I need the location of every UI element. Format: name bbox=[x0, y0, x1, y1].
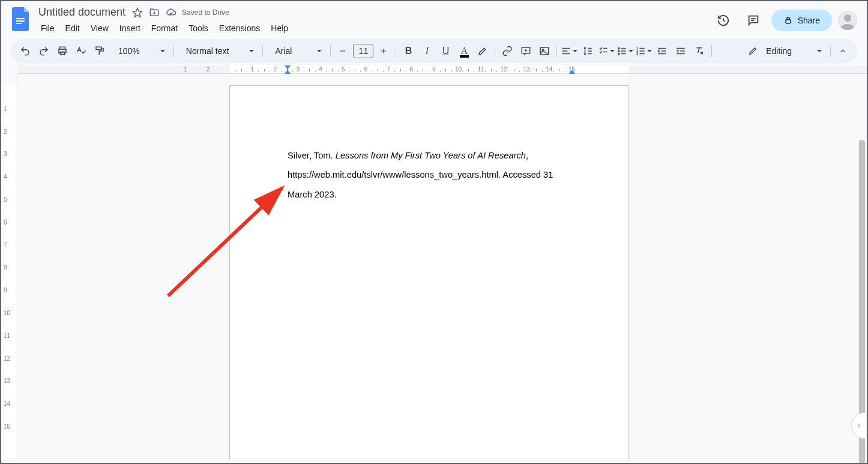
insert-comment-button[interactable] bbox=[517, 43, 534, 59]
cloud-saved-icon[interactable] bbox=[165, 7, 177, 19]
italic-button[interactable]: I bbox=[418, 43, 435, 59]
citation-url: https://web.mit.edu/tslvr/www/lessons_tw… bbox=[288, 170, 553, 179]
horizontal-ruler[interactable]: 21 123456789101112131415 bbox=[1, 65, 867, 74]
undo-button[interactable] bbox=[17, 43, 34, 59]
citation-date: March 2023. bbox=[288, 190, 337, 199]
svg-rect-0 bbox=[16, 18, 25, 19]
share-button[interactable]: Share bbox=[771, 10, 832, 31]
doc-title[interactable]: Untitled document bbox=[37, 6, 127, 19]
separator bbox=[556, 45, 557, 57]
menu-tools[interactable]: Tools bbox=[184, 21, 213, 35]
menu-insert[interactable]: Insert bbox=[115, 21, 145, 35]
editing-mode-label: Editing bbox=[762, 46, 795, 56]
increase-indent-button[interactable] bbox=[672, 43, 689, 59]
avatar[interactable] bbox=[838, 11, 857, 30]
svg-text:3: 3 bbox=[637, 52, 639, 55]
save-status: Saved to Drive bbox=[182, 8, 229, 17]
separator bbox=[173, 45, 174, 57]
comment-icon[interactable] bbox=[741, 8, 765, 32]
svg-point-5 bbox=[844, 14, 851, 22]
svg-rect-1 bbox=[16, 20, 25, 22]
highlight-button[interactable] bbox=[474, 43, 491, 59]
align-button[interactable] bbox=[561, 43, 577, 59]
svg-point-14 bbox=[618, 50, 619, 52]
decrease-indent-button[interactable] bbox=[654, 43, 671, 59]
menu-extensions[interactable]: Extensions bbox=[214, 21, 265, 35]
citation-author: Silver, Tom. bbox=[288, 151, 336, 160]
svg-rect-9 bbox=[96, 47, 101, 50]
decrease-font-button[interactable] bbox=[334, 43, 351, 59]
citation-title: Lessons from My First Two Years of AI Re… bbox=[336, 151, 526, 160]
share-label: Share bbox=[798, 16, 820, 25]
svg-point-15 bbox=[618, 53, 619, 54]
separator bbox=[396, 45, 396, 57]
caret-down-icon bbox=[817, 50, 822, 52]
bulleted-list-button[interactable] bbox=[616, 43, 633, 59]
caret-down-icon bbox=[628, 50, 633, 52]
page[interactable]: Silver, Tom. Lessons from My First Two Y… bbox=[229, 85, 629, 460]
caret-down-icon bbox=[160, 50, 165, 52]
vertical-ruler[interactable]: 123456789101112131415 bbox=[1, 74, 18, 460]
star-icon[interactable] bbox=[131, 7, 143, 19]
separator bbox=[711, 45, 712, 57]
paint-format-button[interactable] bbox=[91, 43, 108, 59]
clear-formatting-button[interactable] bbox=[691, 43, 708, 59]
font-value: Arial bbox=[271, 46, 295, 56]
font-size-input[interactable]: 11 bbox=[353, 44, 373, 58]
move-folder-icon[interactable] bbox=[148, 7, 160, 19]
zoom-value: 100% bbox=[115, 46, 143, 56]
menu-view[interactable]: View bbox=[86, 21, 113, 35]
document-canvas[interactable]: Silver, Tom. Lessons from My First Two Y… bbox=[18, 74, 867, 460]
citation-text[interactable]: Silver, Tom. Lessons from My First Two Y… bbox=[288, 146, 571, 204]
increase-font-button[interactable] bbox=[375, 43, 392, 59]
style-value: Normal text bbox=[182, 46, 233, 56]
menu-file[interactable]: File bbox=[36, 21, 59, 35]
separator bbox=[330, 45, 331, 57]
collapse-toolbar-button[interactable] bbox=[834, 43, 851, 59]
svg-point-13 bbox=[618, 47, 619, 49]
caret-down-icon bbox=[573, 50, 577, 52]
separator bbox=[495, 45, 495, 57]
caret-down-icon bbox=[249, 50, 254, 52]
redo-button[interactable] bbox=[35, 43, 52, 59]
editing-mode-combo[interactable]: Editing bbox=[743, 46, 827, 56]
svg-rect-3 bbox=[786, 19, 791, 23]
history-icon[interactable] bbox=[711, 8, 735, 32]
font-combo[interactable]: Arial bbox=[267, 43, 327, 59]
citation-comma: , bbox=[526, 151, 528, 160]
page-content[interactable]: Silver, Tom. Lessons from My First Two Y… bbox=[230, 86, 628, 204]
numbered-list-button[interactable]: 123 bbox=[635, 43, 652, 59]
svg-rect-2 bbox=[16, 23, 22, 24]
separator bbox=[262, 45, 263, 57]
caret-down-icon bbox=[610, 50, 615, 52]
caret-down-icon bbox=[317, 50, 322, 52]
insert-link-button[interactable] bbox=[499, 43, 516, 59]
line-spacing-button[interactable] bbox=[579, 43, 596, 59]
menu-format[interactable]: Format bbox=[146, 21, 182, 35]
docs-logo[interactable] bbox=[11, 6, 32, 32]
checklist-button[interactable] bbox=[598, 43, 615, 59]
menu-edit[interactable]: Edit bbox=[61, 21, 85, 35]
print-button[interactable] bbox=[54, 43, 71, 59]
underline-button[interactable]: U bbox=[437, 43, 454, 59]
text-color-button[interactable]: A bbox=[456, 43, 472, 59]
bold-button[interactable]: B bbox=[400, 43, 417, 59]
zoom-combo[interactable]: 100% bbox=[110, 43, 170, 59]
insert-image-button[interactable] bbox=[536, 43, 553, 59]
menu-help[interactable]: Help bbox=[266, 21, 293, 35]
caret-down-icon bbox=[647, 50, 652, 52]
menubar: File Edit View Insert Format Tools Exten… bbox=[36, 20, 293, 35]
toolbar: 100% Normal text Arial 11 B I U A 123 Ed… bbox=[11, 39, 857, 63]
paragraph-style-combo[interactable]: Normal text bbox=[178, 43, 259, 59]
separator bbox=[830, 45, 831, 57]
spellcheck-button[interactable] bbox=[73, 43, 89, 59]
